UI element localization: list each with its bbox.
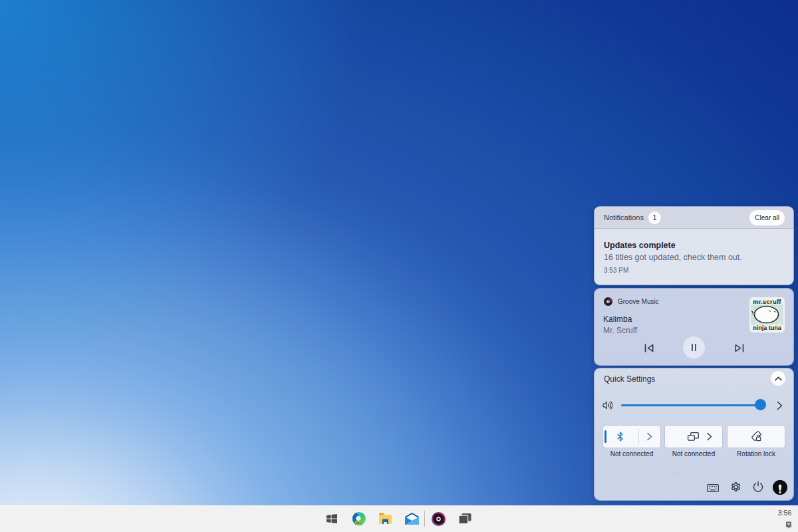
svg-text:mr.scruff: mr.scruff (753, 298, 781, 305)
svg-text:ninja tuna: ninja tuna (753, 325, 781, 331)
svg-text:DEV: DEV (355, 521, 361, 525)
